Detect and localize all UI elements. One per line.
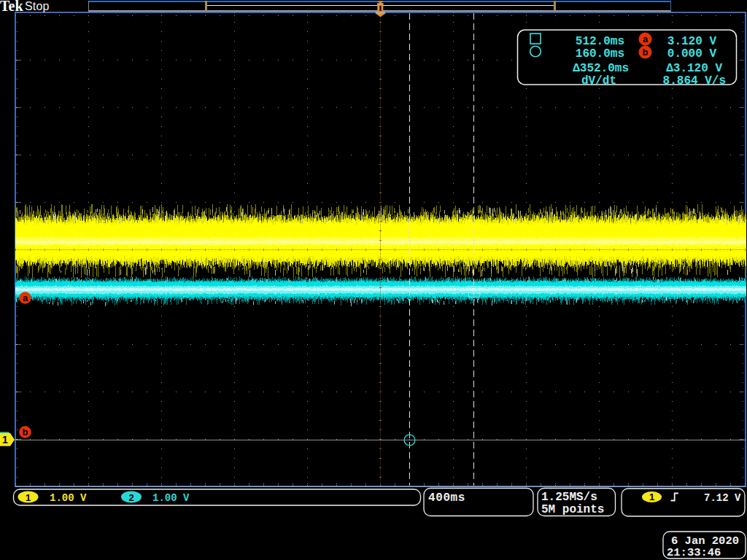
svg-text:5M points: 5M points [541,503,604,516]
svg-text:a: a [23,292,28,303]
svg-text:Stop: Stop [25,0,50,12]
svg-text:2: 2 [128,492,133,503]
svg-text:0.000 V: 0.000 V [667,47,717,61]
svg-text:3.120 V: 3.120 V [667,35,717,48]
svg-text:1.00 V: 1.00 V [50,492,87,504]
svg-text:8.864 V/s: 8.864 V/s [663,74,726,88]
svg-text:21:33:46: 21:33:46 [667,546,721,559]
svg-text:400ms: 400ms [428,491,465,505]
svg-text:Δ352.0ms: Δ352.0ms [573,62,629,75]
svg-text:1.00 V: 1.00 V [152,492,190,504]
svg-text:1.25MS/s: 1.25MS/s [541,491,597,504]
svg-text:1: 1 [649,491,654,502]
svg-text:a: a [643,34,649,44]
svg-text:512.0ms: 512.0ms [576,35,624,48]
svg-text:dV/dt: dV/dt [581,74,616,88]
svg-text:Δ3.120 V: Δ3.120 V [666,62,722,75]
svg-text:1: 1 [2,434,8,446]
svg-text:160.0ms: 160.0ms [576,47,624,61]
svg-text:b: b [643,47,649,58]
svg-text:Tek: Tek [0,0,23,14]
svg-text:b: b [23,427,28,438]
svg-text:7.12 V: 7.12 V [704,492,741,504]
svg-text:1: 1 [26,492,31,503]
